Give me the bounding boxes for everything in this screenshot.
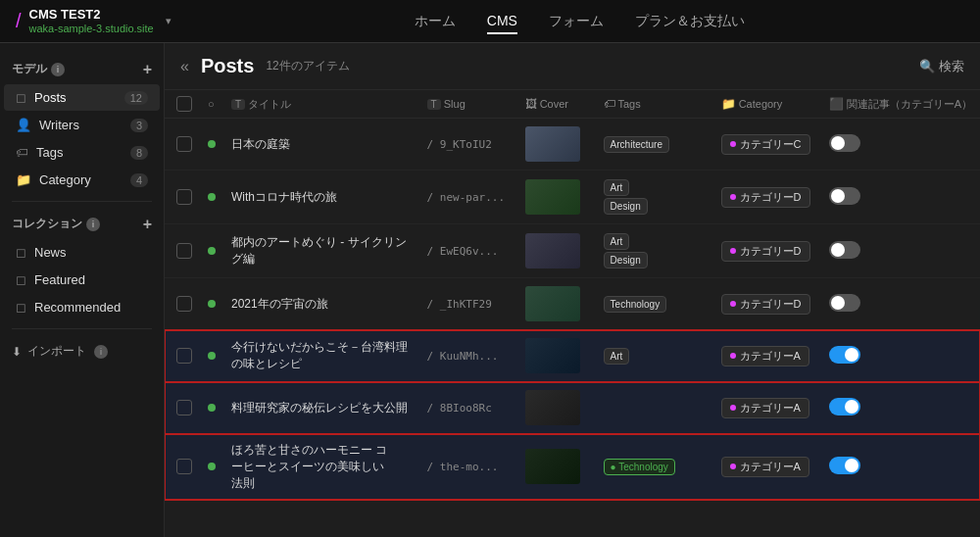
- sidebar: モデル i + ◻ Posts 12 👤 Writers 3 🏷 Tags 8 …: [0, 43, 165, 537]
- logo-slash: /: [16, 10, 22, 32]
- toggle-knob: [845, 400, 858, 414]
- sidebar-model-info-icon[interactable]: i: [51, 63, 65, 76]
- sidebar-collection-label: コレクション: [12, 216, 82, 232]
- row-checkbox[interactable]: [176, 459, 192, 474]
- posts-table: ○ T タイトル T Slug 🖼 Cover 🏷 Tags: [165, 90, 980, 500]
- recommended-icon: ◻: [16, 300, 26, 315]
- sidebar-item-category[interactable]: 📁 Category 4: [4, 167, 160, 193]
- category-dot: [730, 194, 736, 200]
- col-checkbox[interactable]: [165, 90, 200, 119]
- sidebar-item-recommended[interactable]: ◻ Recommended: [4, 294, 160, 320]
- sidebar-item-tags[interactable]: 🏷 Tags 8: [4, 139, 160, 166]
- related-header-icon: ⬛: [829, 97, 844, 111]
- row-checkbox[interactable]: [176, 189, 192, 205]
- col-slug-header: T Slug: [419, 90, 517, 119]
- nav-item-cms[interactable]: CMS: [487, 9, 517, 34]
- row-title: 日本の庭築: [231, 137, 290, 151]
- sidebar-item-posts[interactable]: ◻ Posts 12: [4, 84, 160, 111]
- col-status-header: ○: [200, 90, 223, 119]
- toggle-knob: [845, 459, 858, 472]
- toggle-knob: [831, 136, 845, 150]
- status-dot: [208, 352, 216, 360]
- row-title: ほろ苦と甘さのハーモニー コーヒーとスイーツの美味しい法則: [231, 442, 388, 491]
- import-down-icon: ⬇: [12, 345, 22, 359]
- nav-item-form[interactable]: フォーム: [549, 9, 604, 34]
- content-header: « Posts 12件のアイテム 🔍 検索: [165, 43, 980, 90]
- row-toggle[interactable]: [829, 294, 860, 312]
- row-cover: [525, 286, 580, 321]
- col-related-header: ⬛ 関連記事（カテゴリーA）: [821, 90, 980, 119]
- row-slug: / new-par...: [427, 191, 505, 204]
- sidebar-divider-2: [12, 328, 152, 329]
- col-title-header: T タイトル: [223, 90, 419, 119]
- row-tag: Design: [604, 252, 648, 268]
- sidebar-collection-info-icon[interactable]: i: [86, 218, 100, 231]
- sidebar-model-section: モデル i +: [0, 55, 164, 83]
- toggle-knob: [845, 348, 858, 362]
- nav-item-plan[interactable]: プラン＆お支払い: [635, 9, 745, 34]
- col-category-header: 📁 Category: [713, 90, 821, 119]
- row-toggle[interactable]: [829, 241, 860, 259]
- sidebar-model-add-button[interactable]: +: [143, 62, 152, 77]
- toggle-knob: [831, 296, 845, 310]
- row-checkbox[interactable]: [176, 296, 192, 312]
- row-checkbox[interactable]: [176, 400, 192, 415]
- sidebar-import[interactable]: ⬇ インポート i: [0, 337, 164, 366]
- sidebar-item-recommended-label: Recommended: [34, 300, 148, 315]
- row-checkbox[interactable]: [176, 136, 192, 152]
- row-checkbox[interactable]: [176, 348, 192, 364]
- sidebar-collection-add-button[interactable]: +: [143, 217, 152, 232]
- row-title: 今行けないだからこそ－台湾料理の味とレシピ: [231, 340, 408, 370]
- table-row: 都内のアートめぐり - サイクリング編 / EwEQ6v... ArtDesig…: [165, 224, 980, 278]
- row-category: カテゴリーD: [721, 187, 810, 208]
- row-cover: [525, 126, 580, 162]
- main-layout: モデル i + ◻ Posts 12 👤 Writers 3 🏷 Tags 8 …: [0, 43, 980, 537]
- row-tag: Art: [604, 179, 630, 196]
- category-header-icon: 📁: [721, 97, 736, 111]
- item-count: 12件のアイテム: [266, 58, 349, 74]
- sidebar-item-posts-label: Posts: [34, 90, 117, 105]
- row-toggle[interactable]: [829, 346, 860, 364]
- row-checkbox[interactable]: [176, 243, 192, 259]
- row-toggle[interactable]: [829, 398, 860, 415]
- sidebar-item-writers-count: 3: [130, 119, 148, 132]
- row-category: カテゴリーD: [721, 241, 810, 262]
- row-slug: / the-mo...: [427, 461, 499, 473]
- status-dot: [208, 140, 216, 148]
- site-chevron-icon[interactable]: ▾: [166, 15, 172, 27]
- category-icon: 📁: [16, 172, 31, 187]
- row-toggle[interactable]: [829, 457, 860, 474]
- table-row: 今行けないだからこそ－台湾料理の味とレシピ / KuuNMh... Art カテ…: [165, 330, 980, 382]
- tags-icon: 🏷: [16, 145, 28, 160]
- top-nav: ホーム CMS フォーム プラン＆お支払い: [195, 9, 964, 34]
- table-row: Withコロナ時代の旅 / new-par... ArtDesign カテゴリー…: [165, 171, 980, 224]
- collapse-button[interactable]: «: [180, 58, 189, 75]
- site-info: CMS TEST2 waka-sample-3.studio.site: [29, 7, 154, 35]
- sidebar-item-writers[interactable]: 👤 Writers 3: [4, 112, 160, 138]
- sidebar-item-news[interactable]: ◻ News: [4, 239, 160, 266]
- sidebar-collection-title: コレクション i: [12, 216, 100, 232]
- row-title: 都内のアートめぐり - サイクリング編: [231, 235, 407, 266]
- search-label: 検索: [939, 58, 964, 75]
- row-category: カテゴリーA: [721, 346, 809, 366]
- sidebar-item-featured-label: Featured: [34, 272, 148, 287]
- slug-T-icon: T: [427, 99, 441, 110]
- import-info-icon[interactable]: i: [94, 345, 108, 359]
- sidebar-item-featured[interactable]: ◻ Featured: [4, 267, 160, 293]
- cover-img-icon: 🖼: [525, 97, 537, 111]
- row-cover: [525, 449, 580, 484]
- row-title: 2021年の宇宙の旅: [231, 297, 328, 311]
- nav-item-home[interactable]: ホーム: [415, 9, 456, 34]
- page-title: Posts: [201, 55, 254, 77]
- search-button[interactable]: 🔍 検索: [919, 58, 964, 75]
- row-slug: / 9_KToIU2: [427, 138, 492, 151]
- row-toggle[interactable]: [829, 187, 860, 205]
- row-toggle[interactable]: [829, 134, 860, 152]
- row-category: カテゴリーA: [721, 398, 809, 418]
- sidebar-item-tags-label: Tags: [36, 145, 122, 160]
- featured-icon: ◻: [16, 272, 26, 287]
- search-icon: 🔍: [919, 59, 935, 73]
- title-T-icon: T: [231, 99, 245, 110]
- row-cover: [525, 179, 580, 215]
- header-checkbox[interactable]: [176, 96, 192, 112]
